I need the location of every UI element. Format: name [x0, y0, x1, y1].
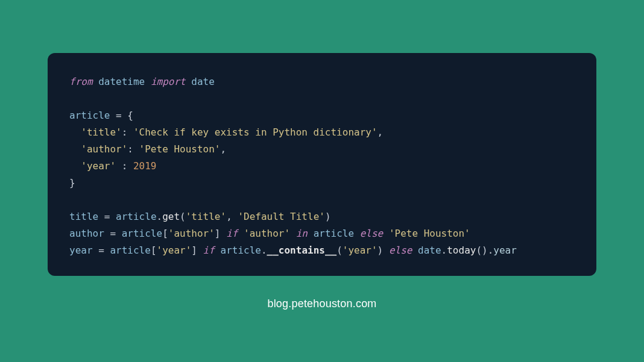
kw-if: if: [226, 228, 238, 239]
sp: [197, 245, 203, 256]
line: from datetime import date: [69, 76, 215, 87]
sp: [308, 228, 314, 239]
eq: =: [98, 211, 116, 222]
kw-in: in: [296, 228, 308, 239]
code-block: from datetime import date article = { 't…: [48, 53, 596, 276]
method: get: [162, 211, 180, 222]
dict-key: 'author': [81, 143, 127, 155]
line: year = article['year'] if article.__cont…: [69, 245, 517, 256]
line: }: [69, 177, 75, 189]
var: year: [69, 245, 93, 256]
kw-import: import: [151, 76, 186, 87]
brace: }: [69, 177, 75, 189]
dict-key: 'title': [81, 126, 121, 138]
colon: :: [116, 160, 133, 172]
dot: .: [261, 245, 267, 256]
lparen: (: [476, 245, 482, 256]
arg: 'title': [186, 211, 226, 222]
arg: 'year': [343, 245, 377, 256]
line: author = article['author'] if 'author' i…: [69, 228, 470, 239]
arg: 'Default Title': [238, 211, 325, 222]
lbracket: [: [151, 245, 157, 256]
sp: [290, 228, 296, 239]
eq: =: [104, 228, 122, 239]
obj: article: [110, 245, 150, 256]
colon: :: [122, 126, 133, 138]
dict-val: 'Pete Houston': [139, 143, 221, 155]
sp: [354, 228, 360, 239]
kw-else: else: [389, 245, 412, 256]
rbracket: ]: [191, 245, 197, 256]
line: 'year' : 2019: [69, 160, 157, 172]
import-name: date: [191, 76, 215, 87]
line: 'author': 'Pete Houston',: [69, 143, 226, 155]
var: author: [69, 228, 104, 239]
kw-from: from: [69, 76, 93, 87]
sp: [412, 245, 418, 256]
dot: .: [157, 211, 163, 222]
sp: [383, 245, 389, 256]
comma: ,: [226, 211, 238, 222]
indent: [69, 160, 81, 172]
dot: .: [488, 245, 494, 256]
lbracket: [: [162, 228, 168, 239]
indent: [69, 143, 81, 155]
line: title = article.get('title', 'Default Ti…: [69, 211, 331, 222]
brace: {: [127, 110, 133, 121]
attribution: blog.petehouston.com: [267, 298, 376, 310]
method: today: [447, 245, 476, 256]
module: datetime: [98, 76, 145, 87]
dict-val: 2019: [133, 160, 157, 172]
comma: ,: [377, 126, 384, 138]
lparen: (: [336, 245, 343, 256]
obj: date: [418, 245, 441, 256]
rparen: ): [325, 211, 331, 222]
dot: .: [441, 245, 447, 256]
sp: [383, 228, 389, 239]
var: article: [69, 110, 110, 121]
indent: [69, 126, 81, 138]
obj: article: [221, 245, 261, 256]
line: 'title': 'Check if key exists in Python …: [69, 126, 383, 138]
attr: year: [493, 245, 517, 256]
dunder: __contains__: [267, 245, 337, 256]
sp: [220, 228, 226, 239]
kw-else: else: [360, 228, 384, 239]
dict-val: 'Check if key exists in Python dictionar…: [133, 126, 377, 138]
obj: article: [116, 211, 156, 222]
lparen: (: [180, 211, 186, 222]
alt: 'Pete Houston': [389, 228, 470, 239]
sp: [238, 228, 244, 239]
cond: 'author': [244, 228, 290, 239]
obj: article: [122, 228, 162, 239]
eq: =: [110, 110, 127, 121]
kw-if: if: [203, 245, 215, 256]
var: title: [69, 211, 98, 222]
key: 'author': [168, 228, 215, 239]
rparen: ): [482, 245, 488, 256]
rparen: ): [377, 245, 384, 256]
line: article = {: [69, 110, 133, 121]
dict-key: 'year': [81, 160, 116, 172]
eq: =: [93, 245, 110, 256]
comma: ,: [220, 143, 226, 155]
obj: article: [314, 228, 354, 239]
sp: [215, 245, 221, 256]
key: 'year': [157, 245, 192, 256]
colon: :: [127, 143, 139, 155]
